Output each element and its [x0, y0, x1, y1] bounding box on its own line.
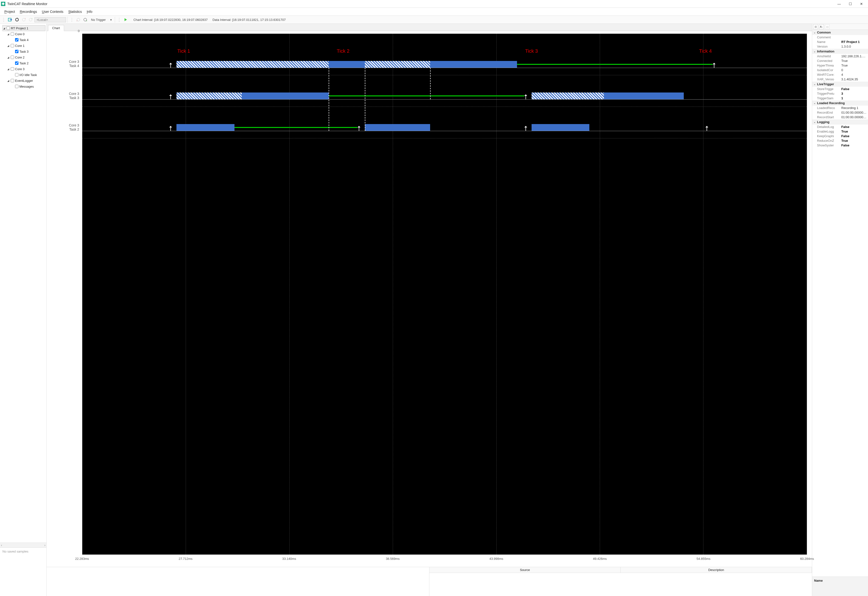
tree-core0[interactable]: ◢Core 0	[2, 31, 46, 37]
prop-categorized-icon[interactable]: ☷	[813, 24, 818, 29]
prop-row[interactable]: XAR_Versio3.1.4024.35	[812, 77, 868, 81]
task4-wait1	[176, 61, 329, 68]
menu-user-contexts[interactable]: User Contexts	[39, 9, 66, 15]
tree-core3-check[interactable]	[11, 67, 14, 71]
prop-row[interactable]: TriggerSam1	[812, 96, 868, 101]
tree-task4-check[interactable]	[15, 38, 18, 41]
tree-task3[interactable]: Task 3	[2, 49, 46, 55]
tree-task4[interactable]: Task 4	[2, 37, 46, 43]
tree-eventlogger-check[interactable]	[11, 79, 14, 82]
log-col-source[interactable]: Source	[430, 567, 621, 573]
toolbar-grip-2: ⋮	[69, 17, 75, 22]
tree-core2[interactable]: ◢Core 2	[2, 55, 46, 60]
tree-core2-check[interactable]	[11, 56, 14, 59]
prop-row[interactable]: KeepGraphiFalse	[812, 134, 868, 138]
log-panel: Source Description	[430, 567, 812, 596]
tab-chart[interactable]: Chart	[48, 25, 64, 31]
task2-run1	[176, 124, 235, 131]
play-icon[interactable]	[123, 17, 128, 22]
tree-core1[interactable]: ◢Core 1	[2, 43, 46, 49]
prop-row[interactable]: Comment	[812, 35, 868, 40]
tree-panel: ◢RT Project 1 ◢Core 0 Task 4 ◢Core 1 Tas…	[0, 24, 47, 596]
log-col-description[interactable]: Description	[621, 567, 812, 573]
toolbar-grip: ⋮	[1, 17, 6, 22]
task3-run1	[242, 93, 329, 99]
menu-project[interactable]: Project	[2, 9, 18, 15]
menu-recordings[interactable]: Recordings	[18, 9, 40, 15]
target-dropdown[interactable]: <Local>	[34, 17, 66, 22]
prop-row[interactable]: IsolatedCor0	[812, 68, 868, 72]
trigger-next-icon[interactable]	[82, 17, 88, 22]
trigger-dropdown[interactable]: ▾	[109, 18, 113, 22]
tree-messages-check[interactable]	[15, 85, 18, 88]
task2-run3	[531, 124, 590, 131]
task4-wait2	[365, 61, 430, 68]
prop-group-loaded[interactable]: ⌄Loaded Recording	[812, 101, 868, 106]
task4-run1	[329, 61, 365, 68]
trigger-label: No Trigger	[89, 18, 108, 22]
prop-row[interactable]: ReduceOnZTrue	[812, 138, 868, 143]
prop-row[interactable]: StoreTriggeFalse	[812, 87, 868, 91]
tree-task2-check[interactable]	[15, 61, 18, 65]
svg-point-1	[16, 18, 18, 21]
task3-wait1	[176, 93, 242, 99]
tree-root[interactable]: ◢RT Project 1	[2, 25, 46, 31]
prop-pages-icon[interactable]: ▭	[825, 24, 830, 29]
prop-row[interactable]: RecordEnd01:00:00.0000000	[812, 110, 868, 115]
maximize-button[interactable]: ☐	[845, 0, 856, 7]
menu-info[interactable]: Info	[84, 9, 94, 15]
task3-wait2	[531, 93, 604, 99]
tree-eventlogger[interactable]: ◢EventLogger	[2, 78, 46, 83]
tree-core0-check[interactable]	[11, 32, 14, 36]
prop-sort-icon[interactable]: A↓	[819, 24, 824, 29]
tree-core3[interactable]: ◢Core 3	[2, 66, 46, 72]
prop-row[interactable]: AmsNetId192.168.226.1.1.1	[812, 54, 868, 59]
menubar: Project Recordings User Contexts Statist…	[0, 8, 868, 16]
connect-icon[interactable]	[7, 17, 13, 22]
tree-task2[interactable]: Task 2	[2, 60, 46, 66]
data-interval-text: Data Interval: [16:19:07.0111821, 17:15:…	[213, 18, 285, 22]
prop-row[interactable]: HyperThreaTrue	[812, 63, 868, 68]
prop-group-information[interactable]: ⌄Information	[812, 49, 868, 54]
tree-ioidle-check[interactable]	[15, 73, 18, 77]
y-zero-label: 0	[78, 29, 80, 33]
prop-group-livetrigger[interactable]: ⌄LiveTrigger	[812, 81, 868, 87]
chart-plot[interactable]: 0 Tick 1	[81, 31, 812, 567]
toolbar: ⋮ <Local> ⋮ No Trigger ▾ ⋮ Chart Interva…	[0, 16, 868, 24]
tree-task3-check[interactable]	[15, 50, 18, 53]
trigger-prev-icon[interactable]	[75, 17, 81, 22]
annot-tick4: Tick 4	[699, 48, 712, 54]
task3-run2	[604, 93, 683, 99]
prop-row[interactable]: TriggerPrelu3	[812, 91, 868, 96]
prop-selected-name: Name	[814, 579, 866, 583]
plot-area[interactable]: Tick 1 Tick 2 Tick 3 Tick 4	[82, 34, 807, 555]
prop-row[interactable]: ConnectedTrue	[812, 59, 868, 63]
tree-root-check[interactable]	[7, 27, 10, 30]
tree-hscroll[interactable]: ‹›	[0, 543, 46, 547]
prop-row[interactable]: WinRTCore:4	[812, 72, 868, 77]
prop-row[interactable]: ShowSysterFalse	[812, 143, 868, 148]
prop-row[interactable]: Version1.3.0.0	[812, 44, 868, 49]
prop-row[interactable]: NameRT Project 1	[812, 40, 868, 44]
close-button[interactable]: ✕	[856, 0, 867, 7]
refresh-icon[interactable]	[14, 17, 20, 22]
prop-group-common[interactable]: ⌄Common	[812, 30, 868, 35]
tree-core1-check[interactable]	[11, 44, 14, 47]
menu-statistics[interactable]: Statistics	[66, 9, 84, 15]
properties-panel: ☷ A↓ ▭ ⌄CommonCommentNameRT Project 1Ver…	[812, 24, 868, 596]
prop-row[interactable]: EnableLoggTrue	[812, 129, 868, 134]
tree-ioidle[interactable]: I/O Idle Task	[2, 72, 46, 78]
prop-row[interactable]: LoadedRecoRecording 1	[812, 106, 868, 110]
task4-run2	[430, 61, 517, 68]
saved-samples-label: No saved samples	[0, 547, 46, 596]
prop-row[interactable]: DetailedLogFalse	[812, 124, 868, 129]
chart-interval-text: Chart Interval: [16:19:07.0222830, 16:19…	[133, 18, 208, 22]
bottom-left-panel	[47, 567, 430, 596]
prop-group-logging[interactable]: ⌄Logging	[812, 120, 868, 124]
minimize-button[interactable]: —	[834, 0, 845, 7]
record-start-icon[interactable]	[21, 17, 27, 22]
record-stop-icon[interactable]	[28, 17, 34, 22]
prop-row[interactable]: RecordStart01:00:00.0000000	[812, 115, 868, 120]
tree-messages[interactable]: Messages	[2, 83, 46, 89]
annot-tick3: Tick 3	[525, 48, 538, 54]
